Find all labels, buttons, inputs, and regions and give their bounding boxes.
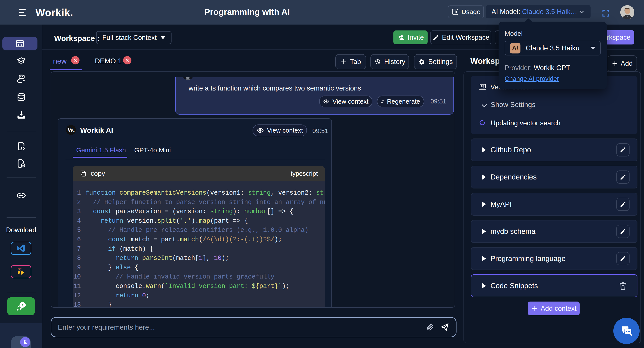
svg-text:2:: 2: [18,269,21,271]
